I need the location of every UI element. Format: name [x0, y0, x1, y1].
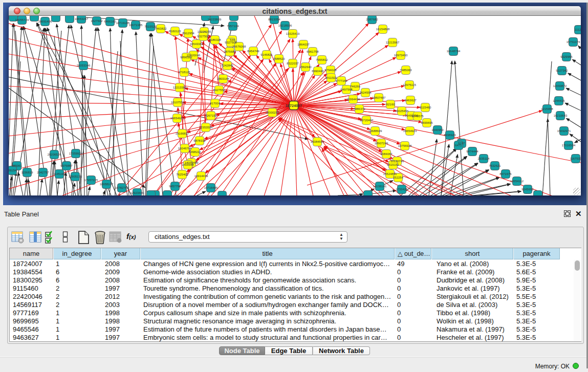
svg-text:20676068: 20676068 — [232, 45, 246, 48]
svg-text:19654923: 19654923 — [403, 129, 417, 133]
svg-text:7485063: 7485063 — [400, 69, 412, 72]
svg-text:2935114: 2935114 — [478, 157, 490, 160]
svg-text:6466160: 6466160 — [104, 20, 116, 23]
svg-text:16154808: 16154808 — [376, 28, 390, 31]
svg-text:13325419: 13325419 — [286, 32, 300, 35]
svg-text:18907249: 18907249 — [375, 142, 388, 145]
svg-text:10807487: 10807487 — [372, 96, 386, 99]
svg-text:12213389: 12213389 — [173, 86, 187, 89]
svg-text:19166827: 19166827 — [176, 132, 189, 135]
svg-text:7625402: 7625402 — [176, 173, 188, 176]
svg-text:9327500: 9327500 — [197, 35, 209, 38]
svg-text:1562640: 1562640 — [299, 65, 312, 69]
svg-text:5498222: 5498222 — [189, 150, 201, 154]
svg-text:16033809: 16033809 — [208, 18, 222, 21]
svg-text:19654925: 19654925 — [170, 117, 184, 120]
svg-text:1864037: 1864037 — [297, 43, 310, 46]
svg-text:16046766: 16046766 — [178, 147, 192, 150]
svg-text:2588520: 2588520 — [273, 57, 285, 60]
svg-text:985061: 985061 — [12, 164, 23, 167]
svg-text:10688609: 10688609 — [368, 129, 382, 133]
svg-text:9975887: 9975887 — [60, 164, 73, 167]
svg-text:10958107: 10958107 — [100, 183, 114, 186]
svg-text:8912954: 8912954 — [182, 32, 194, 35]
svg-text:1215958: 1215958 — [541, 107, 553, 111]
svg-text:1409948: 1409948 — [182, 163, 194, 166]
svg-text:16671385: 16671385 — [129, 24, 143, 27]
svg-text:9084067: 9084067 — [380, 152, 393, 156]
svg-text:20691406: 20691406 — [38, 20, 52, 23]
svg-text:8160123: 8160123 — [169, 30, 181, 33]
svg-text:16648784: 16648784 — [447, 50, 461, 53]
svg-text:20206526: 20206526 — [48, 153, 61, 156]
svg-text:9896561: 9896561 — [180, 56, 192, 59]
svg-text:3875685: 3875685 — [224, 50, 236, 53]
svg-text:12093872: 12093872 — [553, 84, 567, 87]
svg-text:7886372: 7886372 — [353, 107, 365, 111]
svg-text:15716485: 15716485 — [204, 186, 218, 189]
svg-text:6794028: 6794028 — [324, 69, 337, 72]
svg-text:9329966: 9329966 — [560, 55, 573, 58]
svg-text:17359924: 17359924 — [69, 152, 83, 155]
svg-text:2803144: 2803144 — [217, 77, 229, 80]
svg-text:16914479: 16914479 — [194, 174, 208, 178]
svg-text:417004: 417004 — [210, 102, 221, 105]
svg-text:7463822: 7463822 — [155, 27, 167, 30]
svg-text:8322037: 8322037 — [287, 62, 299, 65]
svg-text:7632621: 7632621 — [489, 164, 501, 167]
svg-text:1615152: 1615152 — [387, 163, 399, 166]
svg-text:1244415: 1244415 — [553, 99, 565, 102]
svg-text:10719185: 10719185 — [116, 21, 130, 25]
svg-text:12905135: 12905135 — [69, 175, 82, 178]
svg-text:9457791: 9457791 — [169, 185, 181, 188]
svg-text:16543382: 16543382 — [190, 42, 204, 46]
svg-text:2087682: 2087682 — [366, 18, 378, 21]
svg-text:9474444: 9474444 — [466, 150, 478, 153]
svg-text:1145194: 1145194 — [54, 172, 66, 176]
svg-text:8267150: 8267150 — [205, 114, 217, 117]
svg-text:62160: 62160 — [386, 103, 395, 106]
svg-text:9242845: 9242845 — [221, 64, 233, 67]
svg-text:11123: 11123 — [575, 28, 581, 31]
svg-text:9227342: 9227342 — [556, 69, 568, 72]
svg-text:14055724: 14055724 — [15, 18, 29, 21]
svg-text:1649575: 1649575 — [411, 115, 424, 118]
svg-text:6961758: 6961758 — [307, 50, 319, 53]
svg-text:16782759: 16782759 — [115, 186, 129, 189]
svg-text:1527602: 1527602 — [91, 19, 103, 23]
svg-text:7955812: 7955812 — [316, 58, 328, 61]
svg-text:16210643: 16210643 — [554, 114, 568, 117]
svg-text:10653267: 10653267 — [75, 17, 89, 20]
svg-text:10107552: 10107552 — [171, 101, 185, 104]
svg-text:3624554: 3624554 — [359, 91, 372, 94]
svg-text:10025456: 10025456 — [395, 110, 409, 113]
svg-text:12353594: 12353594 — [199, 126, 213, 129]
svg-text:19384554: 19384554 — [311, 140, 324, 143]
svg-text:2718126: 2718126 — [178, 71, 190, 74]
svg-text:8186328: 8186328 — [209, 38, 221, 41]
svg-text:10120746: 10120746 — [390, 160, 404, 163]
svg-text:17016504: 17016504 — [562, 144, 576, 147]
svg-text:17957225: 17957225 — [84, 179, 98, 182]
svg-text:6471: 6471 — [455, 144, 462, 147]
svg-text:20053346: 20053346 — [77, 64, 91, 67]
svg-text:10973493: 10973493 — [394, 54, 408, 57]
svg-text:1156819: 1156819 — [21, 171, 34, 174]
svg-text:1167533: 1167533 — [570, 157, 581, 160]
svg-text:5878332: 5878332 — [193, 139, 206, 142]
svg-text:2042757: 2042757 — [37, 171, 49, 174]
svg-text:8938923: 8938923 — [444, 134, 456, 137]
svg-text:6990443: 6990443 — [312, 70, 324, 73]
svg-text:9699695: 9699695 — [421, 121, 433, 124]
svg-text:15524851: 15524851 — [383, 172, 397, 176]
svg-text:18300295: 18300295 — [266, 111, 279, 114]
svg-text:252254: 252254 — [393, 176, 404, 179]
svg-text:9245652: 9245652 — [521, 188, 534, 191]
svg-text:12213967: 12213967 — [386, 41, 400, 44]
svg-text:15720407: 15720407 — [360, 119, 374, 122]
svg-text:8471676: 8471676 — [499, 172, 512, 176]
svg-text:18724007: 18724007 — [286, 103, 302, 108]
svg-text:12923446: 12923446 — [130, 191, 144, 194]
svg-text:1733426: 1733426 — [396, 188, 408, 191]
svg-text:10756928: 10756928 — [398, 144, 412, 147]
